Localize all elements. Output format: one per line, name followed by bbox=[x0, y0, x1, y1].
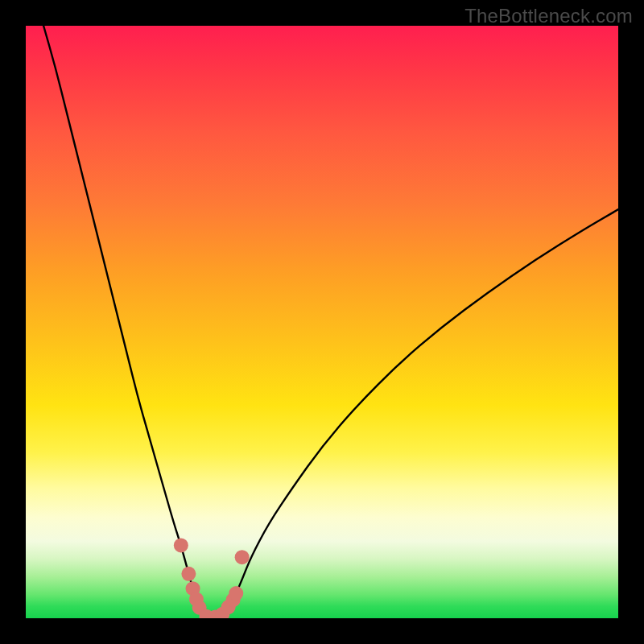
sample-point bbox=[235, 550, 250, 564]
watermark-text: TheBottleneck.com bbox=[464, 5, 633, 27]
sample-point bbox=[181, 567, 196, 581]
chart-frame: TheBottleneck.com bbox=[0, 0, 644, 644]
plot-area bbox=[26, 26, 618, 618]
sample-point bbox=[229, 586, 243, 601]
sample-point bbox=[174, 538, 188, 552]
dots-layer bbox=[26, 26, 618, 618]
sample-points-group bbox=[174, 538, 250, 618]
